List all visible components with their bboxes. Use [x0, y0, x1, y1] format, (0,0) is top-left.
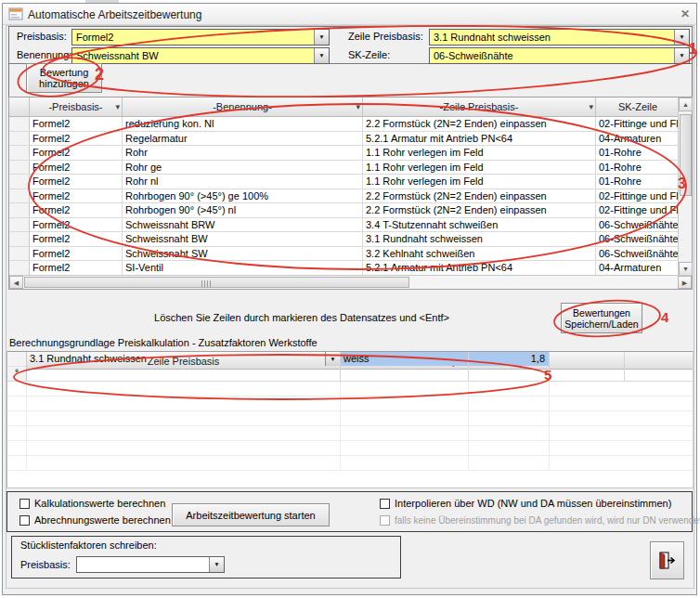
table-cell[interactable]: 1.1 Rohr verlegen im Feld	[363, 146, 596, 160]
table-cell[interactable]: 04-Armaturen	[596, 261, 680, 275]
start-arbeitszeitbewertung-button[interactable]: Arbeitszeitbewertung starten	[172, 503, 330, 526]
table-cell[interactable]: 06-Schweißnähte	[596, 218, 680, 232]
table-cell[interactable]: Formel2	[30, 161, 123, 175]
table-cell[interactable]: Schweissnaht BW	[123, 232, 363, 246]
row-selector[interactable]	[9, 247, 30, 261]
table-cell[interactable]: Formel2	[30, 247, 123, 261]
chevron-down-icon[interactable]: ▼	[674, 30, 689, 45]
sk-zeile-combo[interactable]: 06-Schweißnähte ▼	[429, 47, 690, 64]
chevron-down-icon[interactable]: ▼	[325, 352, 340, 366]
table-cell[interactable]: Rohr ge	[123, 161, 363, 175]
chevron-down-icon[interactable]: ▼	[314, 48, 329, 63]
table-cell[interactable]: 04-Armaturen	[596, 132, 680, 146]
table-cell[interactable]: Formel2	[30, 189, 123, 203]
table-cell[interactable]: 3.1 Rundnaht schweissen	[363, 232, 596, 246]
scrollbar-thumb[interactable]	[680, 114, 692, 196]
zeile-preisbasis-cell[interactable]: 3.1 Rundnaht schweissen▼	[27, 352, 341, 366]
filter-arrow-icon[interactable]: ▾	[115, 98, 120, 116]
table-row[interactable]: Formel2Rohrbogen 90° (>45°) ge 100%2.2 F…	[9, 189, 680, 204]
row-selector[interactable]	[9, 203, 30, 217]
table-cell[interactable]: Formel2	[30, 175, 123, 188]
new-record-row[interactable]: *	[7, 367, 693, 382]
scrollbar-thumb[interactable]	[24, 277, 409, 288]
table-cell[interactable]: 2.2 Formstück (2N=2 Enden) einpassen	[363, 117, 596, 131]
filter-arrow-icon[interactable]: ▾	[589, 98, 593, 116]
table-row[interactable]: Formel2Schweissnaht BW3.1 Rundnaht schwe…	[9, 232, 680, 247]
table-cell[interactable]: Formel2	[30, 146, 123, 160]
table-row[interactable]: Formel2Regelarmatur5.2.1 Armatur mit Ant…	[9, 132, 680, 147]
table-cell[interactable]: 1.1 Rohr verlegen im Feld	[363, 161, 596, 175]
table-cell[interactable]: Formel2	[30, 218, 123, 232]
vertical-scrollbar[interactable]: ▲ ▼	[678, 98, 692, 276]
table-cell[interactable]: 02-Fittinge und Flan	[596, 117, 680, 131]
table-row[interactable]: Formel2SI-Ventil5.2.1 Armatur mit Antrie…	[9, 261, 680, 276]
row-selector[interactable]	[9, 232, 30, 246]
scroll-right-icon[interactable]: ▶	[678, 276, 692, 289]
chevron-down-icon[interactable]: ▼	[674, 48, 689, 63]
table-cell[interactable]: Schweissnaht BRW	[123, 218, 363, 232]
table-cell[interactable]: Formel2	[30, 261, 123, 275]
kalkulationswerte-checkbox[interactable]	[19, 499, 30, 509]
new-record-selector[interactable]: *	[7, 367, 27, 381]
table-cell[interactable]: 01-Rohre	[596, 146, 680, 160]
preisbasis-combo[interactable]: Formel2 ▼	[71, 29, 330, 46]
table-row[interactable]: Formel2Rohrbogen 90° (>45°) nl2.2 Formst…	[9, 203, 680, 218]
column-header-zeile-preisbasis[interactable]: -Zeile Preisbasis-▾	[363, 98, 596, 116]
table-cell[interactable]: 01-Rohre	[596, 161, 680, 175]
faktor-cell[interactable]	[469, 367, 550, 381]
table-cell[interactable]: Formel2	[30, 132, 123, 146]
row-selector[interactable]	[9, 218, 30, 232]
table-row[interactable]: Formel2reduzierung kon. Nl2.2 Formstück …	[9, 117, 680, 132]
benennung-combo[interactable]: Schweissnaht BW ▼	[71, 47, 330, 64]
row-selector[interactable]	[7, 352, 27, 366]
table-cell[interactable]: Rohrbogen 90° (>45°) nl	[123, 203, 363, 217]
row-selector[interactable]	[9, 261, 30, 275]
add-bewertung-button[interactable]: Bewertung hinzufügen	[26, 63, 102, 93]
werkstoff-cell[interactable]	[341, 367, 469, 381]
table-row[interactable]: Formel2Rohr nl1.1 Rohr verlegen im Feld0…	[9, 175, 680, 189]
preisbasis-bottom-combo[interactable]: ▼	[76, 556, 225, 573]
chevron-down-icon[interactable]: ▼	[314, 30, 329, 45]
table-cell[interactable]: 06-Schweißnähte	[596, 232, 680, 246]
table-cell[interactable]: 3.4 T-Stutzennaht schweißen	[363, 218, 596, 232]
table-cell[interactable]: 06-Schweißnähte	[596, 247, 680, 261]
row-selector[interactable]	[9, 175, 30, 188]
table-cell[interactable]: reduzierung kon. Nl	[123, 117, 363, 131]
table-cell[interactable]: Formel2	[30, 203, 123, 217]
row-selector[interactable]	[9, 132, 30, 146]
chevron-down-icon[interactable]: ▼	[209, 557, 224, 572]
table-row[interactable]: Formel2Rohr ge1.1 Rohr verlegen im Feld0…	[9, 161, 680, 176]
table-cell[interactable]: 5.2.1 Armatur mit Antrieb PN<64	[363, 261, 596, 275]
filter-arrow-icon[interactable]: ▾	[356, 98, 360, 116]
table-cell[interactable]: 2.2 Formstück (2N=2 Enden) einpassen	[363, 189, 596, 203]
zeile-preisbasis-combo[interactable]: 3.1 Rundnaht schweissen ▼	[429, 29, 690, 46]
table-row[interactable]: Formel2Schweissnaht SW3.2 Kehlnaht schwe…	[9, 247, 680, 262]
table-cell[interactable]: Formel2	[30, 232, 123, 246]
scroll-left-icon[interactable]: ◀	[9, 276, 23, 289]
zeile-preisbasis-cell[interactable]	[27, 367, 341, 381]
table-row[interactable]: Formel2Schweissnaht BRW3.4 T-Stutzennaht…	[9, 218, 680, 233]
table-cell[interactable]: Regelarmatur	[123, 132, 363, 146]
table-cell[interactable]: Rohrbogen 90° (>45°) ge 100%	[123, 189, 363, 203]
table-cell[interactable]: Schweissnaht SW	[123, 247, 363, 261]
table-cell[interactable]: Rohr nl	[123, 175, 363, 188]
table-cell[interactable]: 2.2 Formstück (2N=2 Enden) einpassen	[363, 203, 596, 217]
row-selector[interactable]	[9, 189, 30, 203]
column-header-sk-zeile[interactable]: SK-Zeile	[596, 98, 680, 116]
table-cell[interactable]: Formel2	[30, 117, 123, 131]
row-selector[interactable]	[9, 161, 30, 175]
abrechnungswerte-checkbox[interactable]	[19, 515, 30, 526]
row-selector[interactable]	[9, 146, 30, 160]
factor-row[interactable]: 3.1 Rundnaht schweissen▼ weiss 1,8	[7, 352, 693, 367]
table-cell[interactable]: SI-Ventil	[123, 261, 363, 275]
scroll-down-icon[interactable]: ▼	[679, 262, 693, 276]
interpolieren-checkbox[interactable]	[380, 499, 390, 509]
table-cell[interactable]: 02-Fittinge und Flan	[596, 203, 680, 217]
table-row[interactable]: Formel2Rohr1.1 Rohr verlegen im Feld01-R…	[9, 146, 680, 161]
save-load-bewertungen-button[interactable]: Bewertungen Speichern/Laden	[561, 303, 642, 333]
table-cell[interactable]: 3.2 Kehlnaht schweißen	[363, 247, 596, 261]
column-header-preisbasis[interactable]: -Preisbasis-▾	[30, 98, 123, 116]
table-cell[interactable]: Rohr	[123, 146, 363, 160]
werkstoff-cell[interactable]: weiss	[341, 352, 469, 366]
table-cell[interactable]: 01-Rohre	[596, 175, 680, 188]
